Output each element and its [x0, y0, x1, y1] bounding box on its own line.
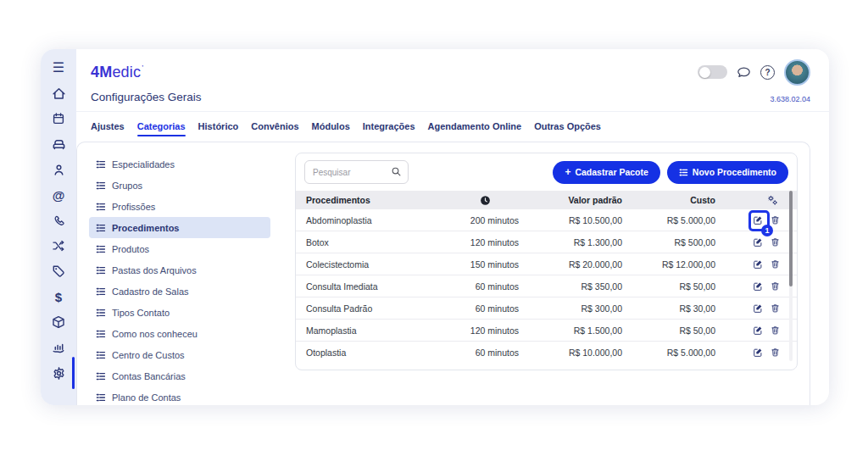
list-icon: [96, 181, 106, 191]
table-scrollbar-thumb[interactable]: [789, 191, 793, 286]
list-icon: [96, 286, 106, 297]
calendar-icon[interactable]: [51, 111, 66, 126]
procedure-time: 200 minutos: [441, 215, 529, 225]
active-rail-indicator: [72, 357, 75, 389]
tab-content-panel: Especialidades Grupos Profissões: [76, 142, 810, 405]
sidebar-item-centro-de-custos[interactable]: Centro de Custos: [89, 344, 270, 365]
procedures-table: + Cadastrar Pacote Novo Procedimento: [295, 153, 798, 370]
table-row: Consulta Imediata 60 minutos R$ 350,00 R…: [296, 275, 797, 298]
table-row: Mamoplastia 120 minutos R$ 1.500,00 R$ 5…: [296, 320, 797, 342]
tab-agendamento-online[interactable]: Agendamento Online: [428, 121, 522, 131]
edit-icon[interactable]: [753, 281, 763, 292]
plus-icon: +: [565, 167, 570, 177]
price-tag-icon[interactable]: [51, 264, 66, 279]
procedure-value: R$ 10.500,00: [529, 215, 632, 225]
procedure-name: Botox: [306, 237, 441, 247]
sidebar-item-plano-de-contas[interactable]: Plano de Contas: [89, 386, 270, 405]
edit-icon[interactable]: [753, 259, 763, 270]
trash-icon[interactable]: [771, 325, 780, 335]
topbar: 4Medic’ ?: [76, 49, 829, 86]
toggle-knob: [699, 67, 710, 78]
table-row: Abdominoplastia 200 minutos R$ 10.500,00…: [296, 209, 797, 231]
procedure-cost: R$ 12.000,00: [632, 259, 727, 270]
procedure-cost: R$ 500,00: [632, 237, 727, 247]
procedure-cost: R$ 50,00: [632, 325, 727, 336]
sidebar-item-tipos-contato[interactable]: Tipos Contato: [89, 302, 270, 323]
list-icon: [96, 308, 106, 318]
help-question-icon[interactable]: ?: [760, 65, 775, 80]
edit-icon[interactable]: [753, 237, 763, 247]
category-list: Especialidades Grupos Profissões: [77, 142, 290, 405]
trash-icon[interactable]: [771, 259, 780, 269]
shuffle-icon[interactable]: [51, 238, 66, 253]
procedure-time: 60 minutos: [441, 303, 529, 314]
procedure-value: R$ 1.500,00: [529, 325, 632, 336]
home-icon[interactable]: [51, 86, 66, 101]
list-icon: [96, 265, 106, 275]
list-icon: [96, 371, 106, 381]
procedure-value: R$ 10.000,00: [529, 348, 632, 358]
procedure-name: Otoplastia: [306, 348, 441, 358]
tab-outras-opcoes[interactable]: Outras Opções: [534, 121, 601, 131]
list-icon: [679, 168, 688, 177]
list-icon: [96, 392, 106, 403]
sidebar-item-contas-bancarias[interactable]: Contas Bancárias: [89, 365, 270, 386]
sidebar-item-como-nos-conheceu[interactable]: Como nos conheceu: [89, 323, 270, 344]
app-logo: 4Medic’: [91, 64, 143, 81]
sidebar-item-especialidades[interactable]: Especialidades: [89, 153, 270, 175]
trash-icon[interactable]: [771, 348, 780, 357]
edit-icon[interactable]: [753, 303, 763, 314]
procedure-value: R$ 20.000,00: [529, 259, 632, 270]
sidebar-item-grupos[interactable]: Grupos: [89, 175, 270, 196]
tab-integracoes[interactable]: Integrações: [363, 121, 415, 131]
version-label: 3.638.02.04: [770, 95, 810, 103]
sidebar-item-pastas-dos-arquivos[interactable]: Pastas dos Arquivos: [89, 259, 270, 281]
cadastrar-pacote-button[interactable]: + Cadastrar Pacote: [553, 161, 659, 184]
couch-icon[interactable]: [51, 136, 66, 152]
package-icon[interactable]: [51, 314, 66, 330]
tab-categorias[interactable]: Categorias: [137, 121, 186, 131]
edit-icon[interactable]: [753, 325, 763, 336]
table-row: Otoplastia 60 minutos R$ 10.000,00 R$ 5.…: [296, 342, 797, 363]
table-area: + Cadastrar Pacote Novo Procedimento: [290, 142, 810, 405]
tab-historico[interactable]: Histórico: [198, 121, 239, 131]
sidebar-rail: ☰ @ $: [41, 49, 76, 405]
hamburger-menu-icon[interactable]: ☰: [51, 60, 66, 75]
chat-bubble-icon[interactable]: [737, 65, 751, 80]
procedure-cost: R$ 5.000,00: [632, 215, 727, 225]
sidebar-item-profissoes[interactable]: Profissões: [89, 196, 270, 217]
sidebar-item-cadastro-de-salas[interactable]: Cadastro de Salas: [89, 281, 270, 302]
search-icon: [391, 165, 402, 181]
chart-icon[interactable]: [51, 340, 66, 355]
sidebar-item-procedimentos[interactable]: Procedimentos: [89, 217, 270, 238]
sidebar-item-produtos[interactable]: Produtos: [89, 238, 270, 259]
edit-icon[interactable]: [753, 215, 763, 225]
tab-convenios[interactable]: Convênios: [251, 121, 298, 131]
trash-icon[interactable]: [771, 281, 780, 291]
dollar-icon[interactable]: $: [51, 289, 66, 304]
theme-toggle[interactable]: [698, 65, 727, 79]
procedure-time: 150 minutos: [441, 259, 529, 270]
edit-icon[interactable]: [753, 348, 763, 358]
table-scrollbar-track: [789, 191, 793, 361]
list-icon: [96, 159, 106, 170]
trash-icon[interactable]: [771, 303, 780, 313]
tab-modulos[interactable]: Módulos: [312, 121, 350, 131]
trash-icon[interactable]: [771, 237, 780, 247]
procedure-time: 120 minutos: [441, 325, 529, 336]
procedure-name: Mamoplastia: [306, 325, 441, 336]
col-valor-padrao: Valor padrão: [529, 195, 632, 205]
novo-procedimento-button[interactable]: Novo Procedimento: [667, 161, 788, 184]
tab-ajustes[interactable]: Ajustes: [91, 121, 125, 131]
table-row: Colecistectomia 150 minutos R$ 20.000,00…: [296, 253, 797, 275]
at-sign-icon[interactable]: @: [51, 187, 66, 203]
table-toolbar: + Cadastrar Pacote Novo Procedimento: [296, 153, 797, 191]
person-icon[interactable]: [51, 162, 66, 177]
procedure-name: Colecistectomia: [306, 259, 441, 270]
gear-icon[interactable]: [51, 365, 66, 381]
trash-icon[interactable]: [771, 215, 780, 225]
procedure-name: Consulta Imediata: [306, 281, 441, 292]
procedure-name: Consulta Padrão: [306, 303, 441, 314]
avatar[interactable]: [784, 59, 810, 86]
phone-icon[interactable]: [51, 213, 66, 228]
